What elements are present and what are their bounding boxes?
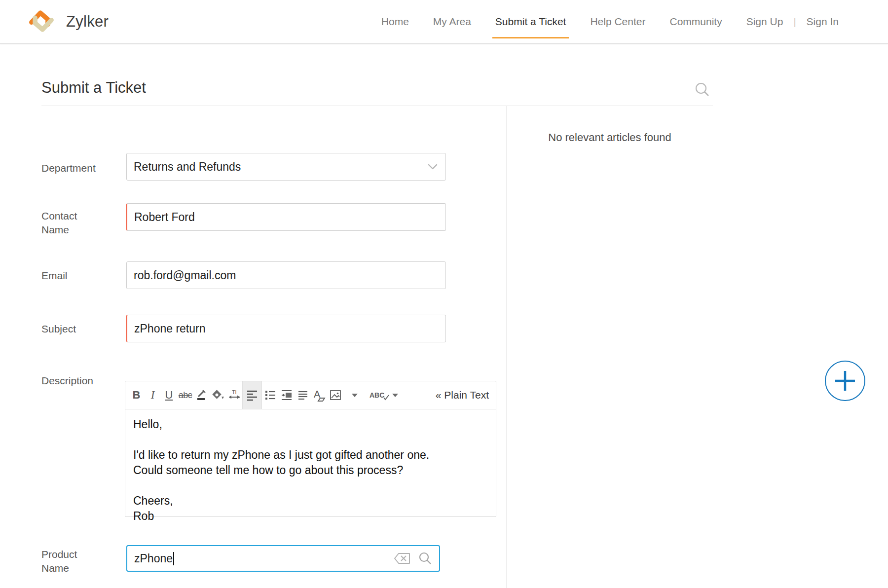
no-articles-message: No relevant articles found [506, 131, 713, 144]
highlight-pen-icon[interactable] [193, 381, 210, 409]
department-select[interactable]: Returns and Refunds [126, 153, 446, 181]
description-label: Description [41, 374, 106, 388]
product-search-icon[interactable] [418, 551, 432, 565]
description-line: Rob [133, 509, 488, 524]
fill-color-icon[interactable] [210, 381, 226, 409]
bold-icon[interactable]: B [128, 381, 145, 409]
description-content[interactable]: Hello, I'd like to return my zPhone as I… [125, 409, 496, 531]
email-field[interactable]: rob.ford@gmail.com [126, 261, 446, 289]
insert-image-icon[interactable] [327, 381, 343, 409]
chevron-down-icon [428, 163, 438, 170]
nav-home[interactable]: Home [381, 16, 409, 28]
more-dropdown-icon[interactable] [346, 381, 363, 409]
product-name-label: Product Name [41, 548, 106, 575]
search-icon[interactable] [694, 81, 711, 99]
spellcheck-caret-icon [392, 394, 398, 397]
subject-label: Subject [41, 322, 106, 336]
contact-name-label: Contact Name [41, 209, 106, 237]
email-value: rob.ford@gmail.com [134, 269, 236, 282]
plus-icon [833, 369, 857, 393]
department-label: Department [41, 161, 106, 175]
subject-value: zPhone return [134, 322, 205, 335]
title-divider [41, 106, 713, 106]
underline-icon[interactable]: U [161, 381, 177, 409]
svg-text:A: A [314, 389, 321, 400]
nav-submit-a-ticket[interactable]: Submit a Ticket [495, 16, 566, 28]
editor-toolbar: B I U abc Tl [125, 381, 496, 409]
email-label: Email [41, 269, 106, 283]
align-left-icon[interactable] [242, 381, 262, 409]
description-line: I'd like to return my zPhone as I just g… [133, 447, 488, 463]
bullet-list-icon[interactable] [262, 381, 278, 409]
svg-text:Tl: Tl [232, 389, 236, 395]
zylker-logo-icon[interactable] [28, 7, 55, 35]
nav-community[interactable]: Community [669, 16, 722, 28]
description-line [133, 478, 488, 493]
plain-text-toggle[interactable]: « Plain Text [436, 381, 496, 409]
spellcheck-icon[interactable]: ABC [370, 381, 398, 409]
subject-input[interactable]: zPhone return [126, 315, 446, 342]
nav-my-area[interactable]: My Area [433, 16, 471, 28]
description-line: Hello, [133, 417, 488, 432]
spellcheck-label: ABC [370, 391, 384, 399]
nav-divider: | [793, 16, 796, 28]
page-title: Submit a Ticket [41, 79, 146, 97]
header: Zylker Home My Area Submit a Ticket Help… [0, 0, 888, 44]
font-color-icon[interactable]: A [311, 381, 327, 409]
outdent-icon[interactable] [278, 381, 295, 409]
contact-name-input[interactable]: Robert Ford [126, 203, 446, 231]
description-line [133, 432, 488, 447]
column-divider [506, 106, 507, 588]
strikethrough-icon[interactable]: abc [177, 381, 193, 409]
product-name-value: zPhone [134, 552, 173, 565]
description-line: Cheers, [133, 493, 488, 509]
text-width-icon[interactable]: Tl [226, 381, 242, 409]
top-nav: Home My Area Submit a Ticket Help Center… [381, 0, 839, 43]
nav-sign-up[interactable]: Sign Up [746, 16, 783, 28]
justify-icon[interactable] [295, 381, 311, 409]
contact-name-value: Robert Ford [134, 211, 195, 224]
submit-ticket-page: Zylker Home My Area Submit a Ticket Help… [0, 0, 888, 588]
italic-icon[interactable]: I [145, 381, 161, 409]
nav-sign-in[interactable]: Sign In [807, 16, 839, 28]
description-editor: B I U abc Tl [125, 381, 496, 517]
product-name-input[interactable]: zPhone [126, 545, 440, 572]
department-value: Returns and Refunds [134, 160, 241, 174]
text-cursor [173, 552, 174, 565]
description-line: Could someone tell me how to go about th… [133, 463, 488, 478]
nav-help-center[interactable]: Help Center [590, 16, 645, 28]
clear-input-icon[interactable] [394, 552, 410, 564]
brand-name: Zylker [66, 13, 109, 31]
add-button[interactable] [825, 361, 865, 401]
